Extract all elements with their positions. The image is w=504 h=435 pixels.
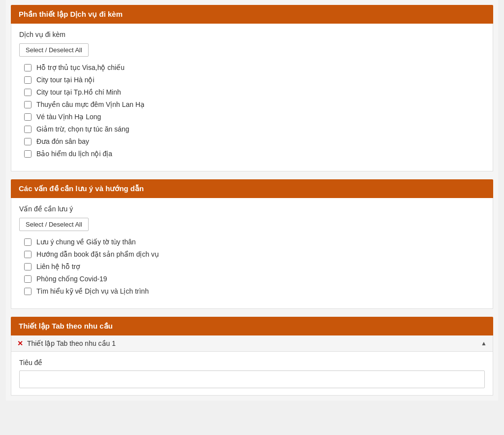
list-item: City tour tại Hà nội: [24, 76, 485, 84]
section2-header: Các vấn đề cần lưu ý và hướng dẫn: [11, 179, 493, 198]
item-label: Tìm hiểu kỹ về Dịch vụ và Lịch trình: [36, 287, 149, 295]
item-label: City tour tại Hà nội: [36, 76, 94, 84]
tab-field-label: Tiêu đề: [19, 359, 485, 367]
item-label: Lưu ý chung về Giấy tờ tùy thân: [36, 238, 136, 246]
list-item: Giảm trừ, chọn tự túc ăn sáng: [24, 125, 485, 133]
checkbox-visa[interactable]: [24, 64, 32, 71]
section2-checkbox-list: Lưu ý chung về Giấy tờ tùy thân Hướng dẫ…: [19, 238, 485, 295]
section1-header: Phần thiết lập Dịch vụ đi kèm: [11, 5, 493, 24]
item-label: Bảo hiểm du lịch nội địa: [36, 150, 112, 158]
checkbox-dua-don[interactable]: [24, 138, 32, 145]
item-label: Hướng dẫn book đặt sản phẩm dịch vụ: [36, 250, 159, 258]
list-item: Lưu ý chung về Giấy tờ tùy thân: [24, 238, 485, 246]
list-item: Hướng dẫn book đặt sản phẩm dịch vụ: [24, 250, 485, 258]
item-label: Liên hệ hỗ trợ: [36, 263, 80, 270]
tab-accordion-arrow-icon: ▲: [481, 340, 487, 347]
section2-select-btn[interactable]: Select / Deselect All: [19, 218, 89, 231]
list-item: Hỗ trợ thủ tục Visa,hộ chiếu: [24, 64, 485, 71]
item-label: Đưa đón sân bay: [36, 137, 89, 145]
tab-close-icon[interactable]: ✕: [17, 339, 23, 347]
checkbox-bao-hiem[interactable]: [24, 150, 32, 158]
item-label: Hỗ trợ thủ tục Visa,hộ chiếu: [36, 64, 125, 71]
list-item: Đưa đón sân bay: [24, 137, 485, 145]
section1-label: Dịch vụ đi kèm: [19, 31, 485, 38]
tab-accordion-left: ✕ Thiết lập Tab theo nhu cầu 1: [17, 339, 116, 347]
item-label: Phòng chống Covid-19: [36, 275, 107, 283]
section3-header: Thiết lập Tab theo nhu cầu: [11, 317, 493, 335]
checkbox-thuyen-cau[interactable]: [24, 101, 32, 108]
list-item: Thuyền câu mực đêm Vịnh Lan Hạ: [24, 100, 485, 108]
section2-body: Vấn đề cần lưu ý Select / Deselect All L…: [11, 198, 493, 309]
section1-checkbox-list: Hỗ trợ thủ tục Visa,hộ chiếu City tour t…: [19, 64, 485, 158]
list-item: Liên hệ hỗ trợ: [24, 263, 485, 270]
list-item: Phòng chống Covid-19: [24, 275, 485, 283]
item-label: Thuyền câu mực đêm Vịnh Lan Hạ: [36, 100, 145, 108]
checkbox-city-tour-hn[interactable]: [24, 76, 32, 84]
item-label: City tour tại Tp.Hồ chí Minh: [36, 88, 121, 96]
section2: Các vấn đề cần lưu ý và hướng dẫn Vấn đề…: [11, 179, 493, 309]
item-label: Giảm trừ, chọn tự túc ăn sáng: [36, 125, 129, 133]
section3: Thiết lập Tab theo nhu cầu ✕ Thiết lập T…: [11, 317, 493, 396]
section1: Phần thiết lập Dịch vụ đi kèm Dịch vụ đi…: [11, 5, 493, 171]
page-wrapper: Phần thiết lập Dịch vụ đi kèm Dịch vụ đi…: [6, 0, 498, 401]
tab-accordion[interactable]: ✕ Thiết lập Tab theo nhu cầu 1 ▲: [11, 335, 493, 352]
list-item: Bảo hiểm du lịch nội địa: [24, 150, 485, 158]
checkbox-tim-hieu[interactable]: [24, 288, 32, 295]
section3-body: ✕ Thiết lập Tab theo nhu cầu 1 ▲ Tiêu đề: [11, 335, 493, 396]
checkbox-ve-tau[interactable]: [24, 113, 32, 121]
list-item: City tour tại Tp.Hồ chí Minh: [24, 88, 485, 96]
checkbox-phong-chong-covid[interactable]: [24, 275, 32, 283]
checkbox-giam-tru[interactable]: [24, 126, 32, 133]
section1-body: Dịch vụ đi kèm Select / Deselect All Hỗ …: [11, 24, 493, 171]
tab-content: Tiêu đề: [11, 352, 493, 395]
section1-select-btn[interactable]: Select / Deselect All: [19, 43, 89, 57]
checkbox-luu-y-giay-to[interactable]: [24, 238, 32, 246]
checkbox-huong-dan-book[interactable]: [24, 251, 32, 258]
tab-accordion-title: Thiết lập Tab theo nhu cầu 1: [27, 339, 116, 347]
item-label: Vé tàu Vịnh Hạ Long: [36, 113, 101, 121]
checkbox-lien-he-ho-tro[interactable]: [24, 263, 32, 270]
checkbox-city-tour-hcm[interactable]: [24, 89, 32, 96]
list-item: Vé tàu Vịnh Hạ Long: [24, 113, 485, 121]
list-item: Tìm hiểu kỹ về Dịch vụ và Lịch trình: [24, 287, 485, 295]
section2-label: Vấn đề cần lưu ý: [19, 205, 485, 213]
tab-title-input[interactable]: [19, 370, 485, 388]
